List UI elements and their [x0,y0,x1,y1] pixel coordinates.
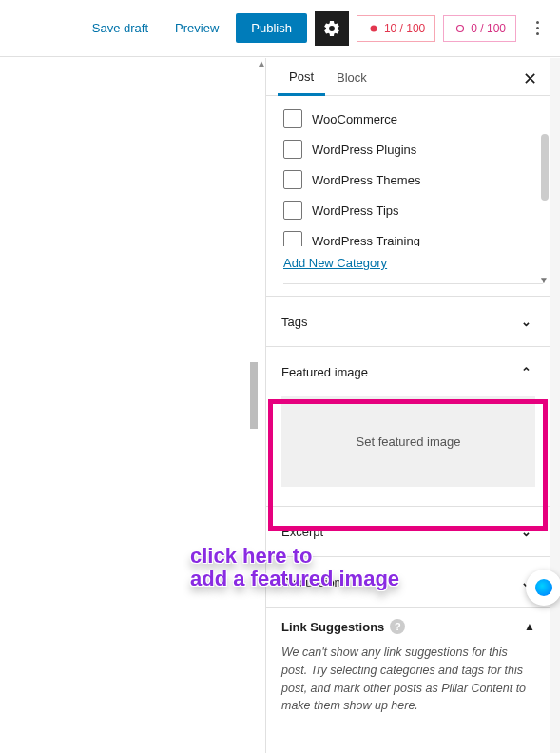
category-item: WordPress Training [283,225,543,246]
chevron-down-icon[interactable]: ▼ [539,275,549,284]
panel-body: WooCommerce WordPress Plugins WordPress … [266,96,550,732]
category-checkbox[interactable] [283,231,302,246]
discussion-section-toggle[interactable]: Discussion ⌄ [266,556,550,607]
set-featured-image-button[interactable]: Set featured image [281,396,535,487]
floating-chat-button[interactable] [526,570,560,606]
link-suggestions-text: We can't show any link suggestions for t… [281,644,535,715]
excerpt-section-toggle[interactable]: Excerpt ⌄ [266,506,550,556]
category-label: WordPress Themes [312,173,420,187]
close-icon: ✕ [523,68,537,89]
featured-image-title: Featured image [281,365,368,379]
chevron-down-icon: ⌄ [516,522,535,541]
caret-up-icon: ▲ [524,620,535,633]
settings-sidebar: Post Block ✕ WooCommerce WordPress Plugi… [265,58,550,753]
tab-block[interactable]: Block [325,59,378,94]
seo-score-2-text: 0 / 100 [471,22,506,35]
category-checkbox[interactable] [283,140,302,159]
svg-point-0 [370,25,377,31]
excerpt-title: Excerpt [281,525,323,539]
link-suggestions-toggle[interactable]: Link Suggestions ? ▲ [281,608,535,644]
preview-link[interactable]: Preview [165,15,228,41]
category-item: WooCommerce [283,104,543,134]
seo-score-pill-2[interactable]: 0 / 100 [443,15,516,42]
seo-swirl-icon [454,22,467,35]
settings-button[interactable] [315,11,349,46]
help-icon[interactable]: ? [390,619,405,634]
category-label: WordPress Training [312,234,420,247]
category-label: WooCommerce [312,112,397,126]
svg-point-1 [457,25,464,31]
gear-icon [322,19,341,38]
category-item: WordPress Plugins [283,134,543,164]
sidebar-scroll-track[interactable] [550,58,560,753]
seo-score-pill-1[interactable]: 10 / 100 [357,15,435,42]
categories-scrollbar-thumb[interactable] [541,134,549,201]
featured-image-body: Set featured image [266,396,550,506]
tags-section-toggle[interactable]: Tags ⌄ [266,296,550,346]
category-checkbox[interactable] [283,170,302,189]
categories-section: WooCommerce WordPress Plugins WordPress … [266,96,550,296]
chevron-down-icon: ⌄ [516,312,535,331]
save-draft-link[interactable]: Save draft [83,15,158,41]
category-item: WordPress Tips [283,195,543,225]
link-suggestions-title: Link Suggestions [281,620,384,634]
close-sidebar[interactable]: ✕ [518,68,541,90]
category-checkbox[interactable] [283,201,302,220]
more-menu[interactable] [524,11,550,46]
content-scrollbar[interactable] [250,362,258,429]
category-item: WordPress Themes [283,164,543,195]
sidebar-tabs: Post Block ✕ [266,58,550,96]
chat-icon [535,579,552,596]
category-label: WordPress Plugins [312,143,416,157]
main-area: ▲ Post Block ✕ WooCommerce WordPress P [0,58,560,753]
featured-image-section-toggle[interactable]: Featured image ⌃ [266,346,550,396]
chevron-up-icon: ⌃ [516,362,535,381]
publish-button[interactable]: Publish [236,13,307,43]
divider [283,283,543,284]
category-label: WordPress Tips [312,203,399,218]
seo-score-1-text: 10 / 100 [384,22,425,35]
add-new-category-link[interactable]: Add New Category [283,246,543,283]
tags-title: Tags [281,315,307,329]
link-suggestions-section: Link Suggestions ? ▲ We can't show any l… [266,607,550,732]
category-checkbox[interactable] [283,109,302,128]
seo-icon [367,22,380,35]
discussion-title: Discussion [281,575,341,589]
tab-post[interactable]: Post [278,58,325,96]
editor-topbar: Save draft Preview Publish 10 / 100 0 / … [0,0,560,57]
